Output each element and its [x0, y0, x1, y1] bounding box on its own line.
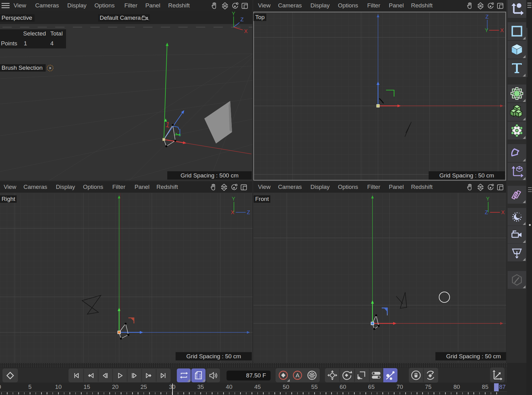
svg-text:Z: Z	[485, 210, 488, 215]
svg-text:Y: Y	[486, 196, 489, 202]
svg-text:Y: Y	[232, 12, 235, 17]
svg-text:X: X	[501, 210, 505, 215]
svg-text:X: X	[500, 27, 504, 33]
svg-text:X: X	[244, 28, 247, 34]
svg-text:Z: Z	[240, 17, 243, 23]
svg-text:A: A	[296, 372, 300, 379]
svg-text:Z: Z	[485, 14, 488, 20]
svg-text:Y: Y	[485, 27, 488, 33]
svg-text:Z: Z	[247, 210, 250, 215]
svg-text:X: X	[231, 210, 234, 215]
svg-text:Y: Y	[232, 196, 235, 202]
